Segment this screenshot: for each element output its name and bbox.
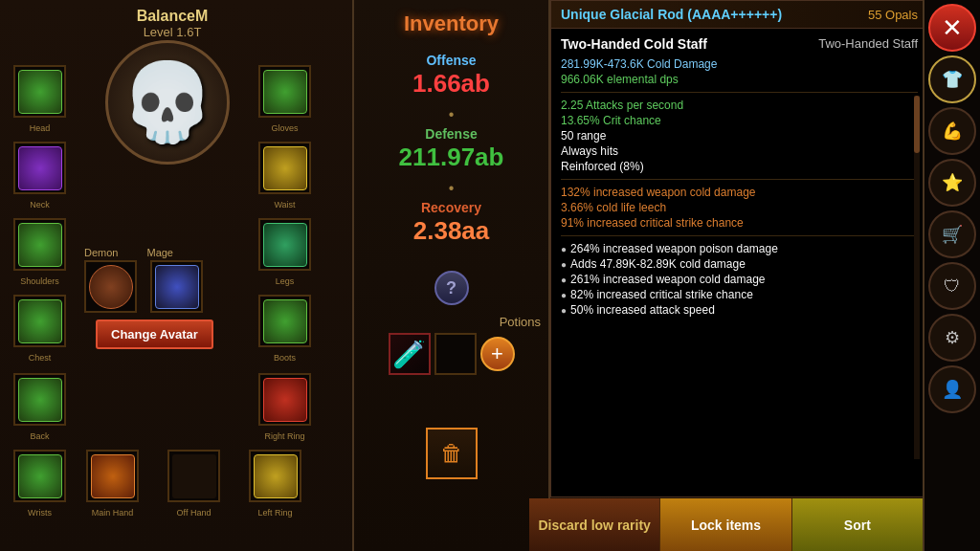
item-type-row: Two-Handed Cold Staff Two-Handed Staff — [561, 36, 918, 52]
char-name: BalanceM — [81, 8, 263, 25]
item-wrists — [18, 454, 62, 498]
defense-label: Defense — [425, 126, 477, 142]
slot-gloves-label: Gloves — [271, 123, 298, 133]
question-button[interactable]: ? — [434, 271, 469, 305]
demon-icon — [89, 265, 133, 309]
offense-label: Offense — [426, 53, 476, 68]
dot1: ● — [561, 244, 567, 254]
action-bar: Discard low rarity Lock items Sort — [529, 498, 923, 551]
sidebar-equipment-icon[interactable]: 👕 — [928, 55, 976, 103]
slot-neck-label: Neck — [30, 200, 50, 209]
slot-left-ring[interactable]: Left Ring — [249, 450, 301, 502]
stat-blue-1: ●264% increased weapon poison damage — [561, 242, 918, 255]
sidebar-shield-icon[interactable]: 🛡 — [928, 262, 976, 310]
item-legs — [263, 223, 307, 267]
mage-icon — [155, 265, 199, 309]
shield-icon: 🛡 — [944, 276, 961, 297]
sidebar-star-icon[interactable]: ⭐ — [928, 159, 976, 207]
sidebar-shop-icon[interactable]: 🛒 — [928, 210, 976, 258]
defense-stat: Defense 211.97ab — [373, 125, 529, 172]
trash-icon: 🗑 — [440, 440, 463, 467]
item-main-hand — [91, 454, 135, 498]
slot-shoulders[interactable]: Shoulders — [13, 218, 66, 271]
item-type-cat: Two-Handed Staff — [818, 36, 918, 52]
slot-wrists-label: Wrists — [28, 508, 52, 518]
stat-orange-2: 3.66% cold life leech — [561, 201, 918, 214]
stat-crit: 13.65% Crit chance — [561, 114, 918, 127]
slot-right-ring[interactable]: Right Ring — [258, 373, 311, 426]
item-left-ring — [254, 454, 298, 498]
scrollbar-thumb[interactable] — [914, 96, 920, 153]
close-button[interactable]: ✕ — [928, 4, 976, 52]
companion-demon-label: Demon — [84, 247, 118, 258]
change-avatar-button[interactable]: Change Avatar — [96, 320, 213, 349]
trash-button[interactable]: 🗑 — [426, 428, 478, 479]
slot-waist[interactable]: Waist — [258, 142, 311, 194]
sidebar-settings-icon[interactable]: ⚙ — [928, 314, 976, 362]
stat-reinforced: Reinforced (8%) — [561, 160, 918, 173]
slot-main-hand-label: Main Hand — [92, 508, 134, 518]
sidebar-strength-icon[interactable]: 💪 — [928, 107, 976, 155]
slot-legs-label: Legs — [276, 276, 295, 286]
slot-head[interactable]: Head — [13, 65, 66, 118]
stat-elemental-dps: 966.06K elemental dps — [561, 73, 918, 86]
slot-neck[interactable]: Neck — [13, 142, 66, 194]
slot-chest[interactable]: Chest — [13, 295, 66, 347]
equipment-grid: BalanceM Level 1.6T 💀 Head Neck Shoulder… — [0, 0, 354, 459]
skull-icon: 💀 — [120, 57, 215, 147]
stat-attacks: 2.25 Attacks per second — [561, 99, 918, 112]
discard-button[interactable]: Discard low rarity — [529, 498, 660, 551]
separator1: • — [373, 106, 529, 123]
add-potion-button[interactable]: + — [480, 337, 515, 371]
sort-button[interactable]: Sort — [792, 498, 923, 551]
stat-orange-1: 132% increased weapon cold damage — [561, 186, 918, 199]
slot-chest-label: Chest — [29, 353, 52, 363]
slot-left-ring-label: Left Ring — [257, 508, 292, 518]
left-panel: BalanceM Level 1.6T 💀 Head Neck Shoulder… — [0, 0, 354, 551]
dot5: ● — [561, 305, 567, 316]
settings-icon: ⚙ — [945, 327, 960, 348]
inventory-title: Inventory — [354, 0, 548, 44]
slot-demon[interactable] — [84, 260, 137, 313]
separator2: • — [373, 180, 529, 197]
strength-icon: 💪 — [942, 121, 963, 142]
center-panel: Inventory Offense 1.66ab • Defense 211.9… — [354, 0, 550, 551]
slot-back-label: Back — [30, 431, 49, 441]
defense-value: 211.97ab — [373, 143, 529, 172]
stat-always-hits: Always hits — [561, 144, 918, 158]
char-level: Level 1.6T — [81, 25, 263, 39]
slot-boots[interactable]: Boots — [258, 295, 311, 347]
stat-blue-4: ●82% increased critical strike chance — [561, 288, 918, 301]
scrollbar-track — [914, 96, 920, 459]
slot-right-ring-label: Right Ring — [264, 431, 304, 441]
item-title-bar: Unique Glacial Rod (AAAA++++++) 55 Opals — [551, 1, 927, 29]
trash-area: 🗑 — [426, 428, 478, 479]
shop-icon: 🛒 — [942, 224, 963, 245]
stat-damage: 281.99K-473.6K Cold Damage — [561, 57, 918, 71]
item-boots — [263, 299, 307, 343]
potion-slot-1[interactable]: 🧪 — [389, 333, 431, 375]
recovery-stat: Recovery 2.38aa — [373, 199, 529, 246]
potion-slot-2[interactable] — [434, 333, 477, 375]
slot-waist-label: Waist — [274, 200, 295, 209]
sidebar-profile-icon[interactable]: 👤 — [928, 365, 976, 413]
offense-stat: Offense 1.66ab — [373, 52, 529, 99]
slot-legs[interactable]: Legs — [258, 218, 311, 271]
item-opals: 55 Opals — [868, 8, 918, 22]
slot-gloves[interactable]: Gloves — [258, 65, 311, 118]
item-neck — [18, 146, 62, 190]
item-rarity: (AAAA++++++) — [687, 7, 782, 22]
item-content: Two-Handed Cold Staff Two-Handed Staff 2… — [551, 29, 927, 326]
stats-area: Offense 1.66ab • Defense 211.97ab • Reco… — [354, 44, 548, 261]
potion-icon-1: 🧪 — [392, 339, 426, 370]
slot-off-hand[interactable]: Off Hand — [167, 450, 220, 502]
slot-mage[interactable] — [150, 260, 203, 313]
item-title: Unique Glacial Rod (AAAA++++++) — [561, 7, 782, 22]
companion-mage-label: Mage — [146, 247, 173, 258]
slot-wrists[interactable]: Wrists — [13, 450, 66, 502]
slot-back[interactable]: Back — [13, 373, 66, 426]
lock-button[interactable]: Lock items — [660, 498, 791, 551]
item-off-hand — [172, 454, 216, 498]
slot-off-hand-label: Off Hand — [177, 508, 212, 518]
slot-main-hand[interactable]: Main Hand — [86, 450, 139, 502]
